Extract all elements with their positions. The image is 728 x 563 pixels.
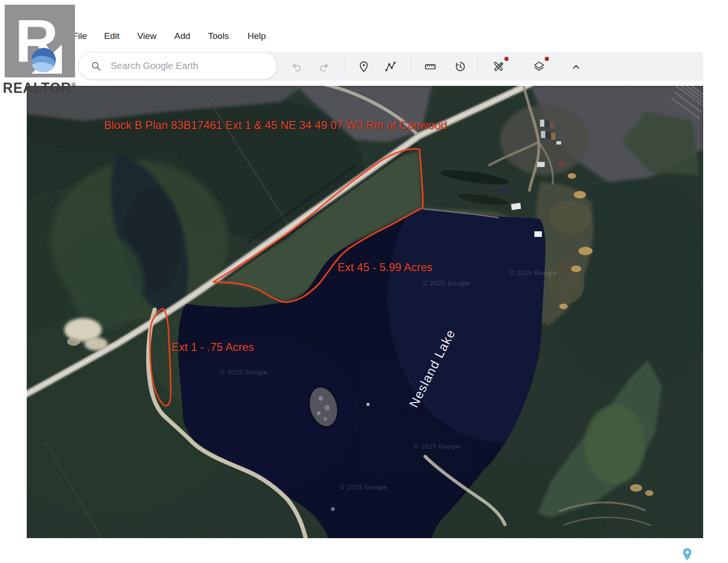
parcel-title-annotation: Block B Plan 83B17461 Ext 1 & 45 NE 34 4… <box>104 119 447 132</box>
parcel-ext45-label: Ext 45 - 5.99 Acres <box>338 261 433 274</box>
realtor-earth-logo: R <box>5 5 75 77</box>
menu-edit[interactable]: Edit <box>104 31 120 41</box>
redo-icon[interactable] <box>318 61 330 73</box>
drawing-tools-icon[interactable] <box>492 61 504 73</box>
layers-icon[interactable] <box>533 61 545 73</box>
islet <box>331 507 335 511</box>
layers-notification-dot <box>545 57 549 61</box>
toolbar-divider <box>345 56 345 76</box>
google-watermark: © 2025 Google <box>220 369 268 376</box>
google-watermark: © 2025 Google <box>414 443 461 450</box>
google-watermark: © 2025 Google <box>340 484 387 491</box>
map-pin-icon <box>681 547 694 562</box>
earth-globe-icon <box>31 48 56 72</box>
registered-mark: ® <box>71 82 76 89</box>
measure-icon[interactable] <box>424 61 436 73</box>
search-icon <box>91 61 101 71</box>
realtor-text: REALTOR <box>3 80 71 96</box>
historical-imagery-icon[interactable] <box>454 61 466 73</box>
parcel-ext1-label: Ext 1 - .75 Acres <box>172 341 254 354</box>
menu-add[interactable]: Add <box>174 31 190 41</box>
islet <box>367 403 370 406</box>
app-window: R REALTOR® File Edit View Add Tools Help <box>0 0 728 563</box>
menu-help[interactable]: Help <box>248 31 266 41</box>
drawing-tools-notification-dot <box>504 57 509 61</box>
toolbar-divider <box>411 56 411 76</box>
add-placemark-icon[interactable] <box>358 61 370 73</box>
menu-tools[interactable]: Tools <box>208 31 229 41</box>
map-viewport[interactable]: Block B Plan 83B17461 Ext 1 & 45 NE 34 4… <box>27 86 703 538</box>
google-watermark: © 2025 Google <box>510 269 557 276</box>
menu-view[interactable]: View <box>137 31 157 41</box>
undo-icon[interactable] <box>291 61 303 73</box>
realtor-wordmark: REALTOR® <box>3 80 76 97</box>
toolbar-divider <box>478 56 478 76</box>
add-path-icon[interactable] <box>384 61 397 73</box>
collapse-toolbar-icon[interactable] <box>570 61 582 73</box>
search-input[interactable] <box>110 60 252 72</box>
satellite-imagery <box>27 86 703 538</box>
google-watermark: © 2025 Google <box>423 280 470 287</box>
search-bar[interactable] <box>79 53 277 79</box>
